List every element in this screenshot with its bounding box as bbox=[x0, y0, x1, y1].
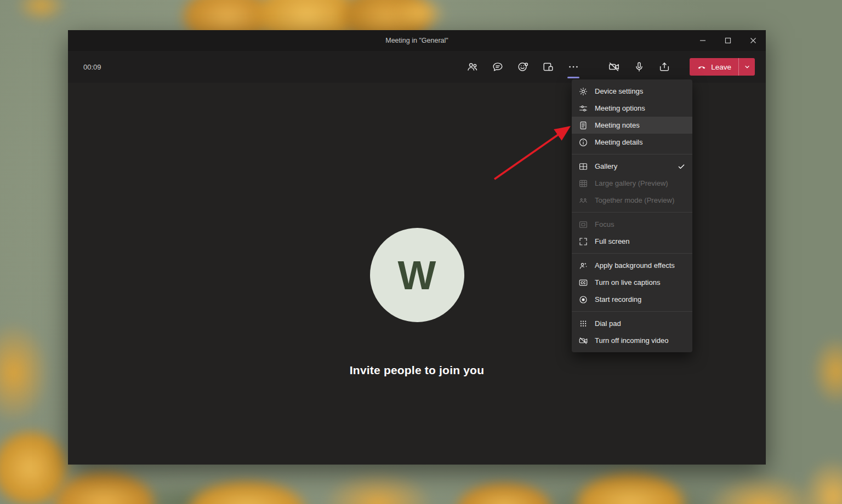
gear-icon bbox=[578, 87, 588, 96]
leave-options-chevron[interactable] bbox=[738, 58, 755, 76]
together-mode-icon bbox=[578, 196, 588, 205]
teams-meeting-window: Meeting in "General" 00:09 bbox=[68, 30, 766, 465]
flower bbox=[439, 472, 570, 504]
close-icon bbox=[750, 37, 756, 44]
leave-button[interactable]: Leave bbox=[690, 58, 738, 76]
menu-item-label: Turn on live captions bbox=[595, 278, 660, 287]
info-icon bbox=[578, 138, 588, 147]
share-button[interactable] bbox=[655, 57, 674, 77]
menu-item-label: Meeting notes bbox=[595, 121, 640, 129]
maximize-icon bbox=[725, 37, 731, 44]
fullscreen-icon bbox=[578, 237, 588, 247]
menu-item-label: Turn off incoming video bbox=[595, 336, 668, 345]
captions-icon bbox=[578, 278, 588, 288]
minimize-icon bbox=[699, 37, 706, 44]
breakout-rooms-icon bbox=[542, 61, 554, 73]
mic-button[interactable] bbox=[629, 57, 649, 77]
flower bbox=[8, 0, 74, 27]
incoming-video-off-icon bbox=[578, 336, 588, 346]
gallery-grid-icon bbox=[578, 162, 588, 171]
menu-item-dial-pad[interactable]: Dial pad bbox=[572, 315, 692, 332]
flower bbox=[554, 459, 707, 504]
share-icon bbox=[658, 61, 670, 73]
menu-item-label: Focus bbox=[595, 220, 614, 228]
menu-item-label: Device settings bbox=[595, 87, 643, 95]
toolbar-icons: Leave bbox=[463, 57, 755, 77]
options-sliders-icon bbox=[578, 104, 588, 113]
menu-item-label: Start recording bbox=[595, 295, 641, 303]
flower bbox=[792, 446, 842, 504]
large-gallery-grid-icon bbox=[578, 179, 588, 188]
more-actions-icon bbox=[567, 61, 579, 73]
dialpad-icon bbox=[578, 319, 588, 329]
leave-button-label: Leave bbox=[711, 63, 731, 71]
menu-item-device-settings[interactable]: Device settings bbox=[572, 83, 692, 100]
flower bbox=[307, 460, 450, 504]
menu-section-misc: Dial pad Turn off incoming video bbox=[572, 311, 692, 352]
flower bbox=[164, 468, 329, 504]
menu-section-layout: Gallery Large gallery (Preview) Together… bbox=[572, 154, 692, 212]
leave-button-group: Leave bbox=[690, 58, 755, 76]
menu-item-large-gallery: Large gallery (Preview) bbox=[572, 175, 692, 192]
record-icon bbox=[578, 295, 588, 305]
menu-item-label: Dial pad bbox=[595, 319, 621, 328]
menu-item-label: Meeting options bbox=[595, 104, 645, 112]
menu-item-label: Meeting details bbox=[595, 138, 642, 146]
chevron-down-icon bbox=[744, 64, 750, 70]
flower bbox=[805, 326, 842, 416]
menu-item-meeting-details[interactable]: Meeting details bbox=[572, 134, 692, 151]
meeting-notes-icon bbox=[578, 121, 588, 130]
menu-item-label: Apply background effects bbox=[595, 261, 675, 270]
menu-item-meeting-options[interactable]: Meeting options bbox=[572, 100, 692, 117]
menu-item-label: Large gallery (Preview) bbox=[595, 179, 668, 187]
window-controls bbox=[690, 30, 766, 51]
window-titlebar: Meeting in "General" bbox=[68, 30, 766, 51]
more-actions-menu: Device settings Meeting options Meeting … bbox=[572, 79, 692, 352]
breakout-rooms-button[interactable] bbox=[538, 57, 558, 77]
avatar-initial: W bbox=[398, 252, 436, 299]
more-actions-button[interactable] bbox=[564, 57, 583, 77]
window-title: Meeting in "General" bbox=[68, 37, 766, 44]
participants-button[interactable] bbox=[463, 57, 482, 77]
chat-icon bbox=[492, 61, 504, 73]
menu-item-meeting-notes[interactable]: Meeting notes bbox=[572, 117, 692, 134]
maximize-button[interactable] bbox=[715, 30, 741, 51]
menu-item-gallery[interactable]: Gallery bbox=[572, 158, 692, 175]
leave-phone-icon bbox=[697, 62, 707, 72]
menu-item-start-recording[interactable]: Start recording bbox=[572, 291, 692, 308]
menu-item-turn-on-live-captions[interactable]: Turn on live captions bbox=[572, 274, 692, 291]
menu-item-label: Full screen bbox=[595, 237, 630, 245]
reactions-button[interactable] bbox=[513, 57, 533, 77]
menu-item-apply-background-effects[interactable]: Apply background effects bbox=[572, 257, 692, 274]
chat-button[interactable] bbox=[488, 57, 508, 77]
reactions-icon bbox=[517, 61, 529, 73]
menu-item-full-screen[interactable]: Full screen bbox=[572, 233, 692, 250]
menu-item-together-mode: Together mode (Preview) bbox=[572, 192, 692, 209]
meeting-toolbar: 00:09 bbox=[68, 51, 766, 83]
meeting-timer: 00:09 bbox=[83, 63, 101, 71]
microphone-icon bbox=[633, 61, 645, 73]
invite-text: Invite people to join you bbox=[350, 364, 484, 377]
menu-item-turn-off-incoming-video[interactable]: Turn off incoming video bbox=[572, 332, 692, 349]
menu-item-label: Together mode (Preview) bbox=[595, 196, 674, 204]
menu-item-focus: Focus bbox=[572, 216, 692, 233]
close-button[interactable] bbox=[741, 30, 766, 51]
camera-button[interactable] bbox=[604, 57, 624, 77]
check-icon bbox=[677, 162, 686, 171]
avatar: W bbox=[370, 228, 464, 322]
background-effects-icon bbox=[578, 261, 588, 271]
menu-item-label: Gallery bbox=[595, 162, 617, 170]
minimize-button[interactable] bbox=[690, 30, 715, 51]
focus-icon bbox=[578, 220, 588, 230]
menu-section-av: Apply background effects Turn on live ca… bbox=[572, 253, 692, 311]
menu-section-settings: Device settings Meeting options Meeting … bbox=[572, 79, 692, 154]
menu-section-view: Focus Full screen bbox=[572, 212, 692, 253]
camera-off-icon bbox=[608, 61, 620, 73]
participants-icon bbox=[466, 61, 479, 73]
